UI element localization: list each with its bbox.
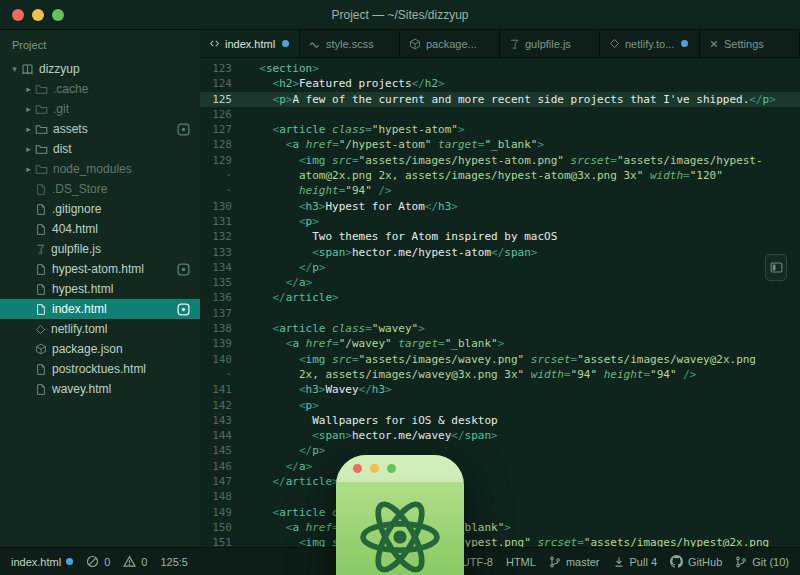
code-text: <img src="assets/images/wavey.png" srcse…: [246, 352, 756, 367]
code-line[interactable]: 133 <span>hector.me/hypest-atom</span>: [200, 245, 800, 260]
tree-item-dizzyup[interactable]: ▾dizzyup: [0, 59, 200, 79]
tab-netlify.to...[interactable]: netlify.to...: [600, 30, 700, 57]
close-window-button[interactable]: [12, 9, 24, 21]
code-editor[interactable]: 123 <section>124 <h2>Featured projects</…: [200, 58, 800, 547]
code-line[interactable]: 125 <p>A few of the current and more rec…: [200, 92, 800, 107]
code-line[interactable]: 123 <section>: [200, 61, 800, 76]
line-number: 147: [200, 474, 246, 489]
status-language[interactable]: HTML: [506, 556, 536, 568]
code-line[interactable]: 143 Wallpapers for iOS & desktop: [200, 413, 800, 428]
code-line[interactable]: 130 <h3>Hypest for Atom</h3>: [200, 199, 800, 214]
code-line[interactable]: 124 <h2>Featured projects</h2>: [200, 76, 800, 91]
tree-item-wavey.html[interactable]: wavey.html: [0, 379, 200, 399]
tree-item-assets[interactable]: ▸assets: [0, 119, 200, 139]
status-errors[interactable]: 0: [86, 555, 110, 568]
line-number: 131: [200, 214, 246, 229]
status-warnings[interactable]: 0: [123, 555, 147, 568]
chevron-icon[interactable]: ▸: [22, 144, 35, 154]
line-number: 127: [200, 122, 246, 137]
tree-item-hypest.html[interactable]: hypest.html: [0, 279, 200, 299]
line-number: 138: [200, 321, 246, 336]
code-line[interactable]: 139 <a href="/wavey" target="_blank">: [200, 336, 800, 351]
code-line[interactable]: · height="94" />: [200, 183, 800, 198]
tab-package...[interactable]: package...: [400, 30, 500, 57]
chevron-icon[interactable]: ▾: [8, 64, 21, 74]
code-line[interactable]: · 2x, assets/images/wavey@3x.png 3x" wid…: [200, 367, 800, 382]
line-number: 130: [200, 199, 246, 214]
git-branch-icon: [549, 556, 561, 568]
file-icon: [35, 263, 47, 276]
chevron-icon[interactable]: ▸: [22, 164, 35, 174]
tree-item-node_modules[interactable]: ▸node_modules: [0, 159, 200, 179]
code-line[interactable]: 147 </article>: [200, 474, 800, 489]
code-line[interactable]: 132 Two themes for Atom inspired by macO…: [200, 229, 800, 244]
code-line[interactable]: 151 <img src="assets/images/hypest.png" …: [200, 535, 800, 547]
code-line[interactable]: 138 <article class="wavey">: [200, 321, 800, 336]
tree-item-404.html[interactable]: 404.html: [0, 219, 200, 239]
code-line[interactable]: 141 <h3>Wavey</h3>: [200, 382, 800, 397]
tab-Settings[interactable]: Settings: [700, 30, 800, 57]
status-branch[interactable]: master: [549, 556, 600, 568]
code-line[interactable]: 126: [200, 107, 800, 122]
code-line[interactable]: 135 </a>: [200, 275, 800, 290]
tree-item-label: .git: [53, 102, 69, 116]
code-line[interactable]: 148: [200, 489, 800, 504]
modified-dot-icon[interactable]: [282, 40, 289, 47]
dock-toggle-button[interactable]: [765, 254, 787, 281]
tree-item-index.html[interactable]: index.html: [0, 299, 200, 319]
code-line[interactable]: 129 <img src="assets/images/hypest-atom.…: [200, 153, 800, 168]
tree-item-.DS_Store[interactable]: .DS_Store: [0, 179, 200, 199]
tree-item-netlify.toml[interactable]: netlify.toml: [0, 319, 200, 339]
tree-item-gulpfile.js[interactable]: gulpfile.js: [0, 239, 200, 259]
code-line[interactable]: 137: [200, 306, 800, 321]
gulp-icon: [35, 243, 46, 255]
title-bar: Project — ~/Sites/dizzyup: [0, 0, 800, 30]
tab-label: gulpfile.js: [525, 38, 571, 50]
chevron-icon[interactable]: ▸: [22, 124, 35, 134]
code-line[interactable]: 149 <article class="hypest">: [200, 505, 800, 520]
line-number: 144: [200, 428, 246, 443]
folder-icon: [35, 163, 48, 176]
code-line[interactable]: 127 <article class="hypest-atom">: [200, 122, 800, 137]
status-git[interactable]: Git (10): [735, 556, 789, 568]
tree-item-.gitignore[interactable]: .gitignore: [0, 199, 200, 219]
code-line[interactable]: · atom@2x.png 2x, assets/images/hypest-a…: [200, 168, 800, 183]
code-line[interactable]: 146 </a>: [200, 459, 800, 474]
status-file[interactable]: index.html: [11, 556, 73, 568]
tab-index.html[interactable]: index.html: [200, 30, 300, 57]
tree-item-.git[interactable]: ▸.git: [0, 99, 200, 119]
code-line[interactable]: 131 <p>: [200, 214, 800, 229]
tab-style.scss[interactable]: style.scss: [300, 30, 400, 57]
code-line[interactable]: 150 <a href="/hypest" target="_blank">: [200, 520, 800, 535]
tree-item-dist[interactable]: ▸dist: [0, 139, 200, 159]
tab-gulpfile.js[interactable]: gulpfile.js: [500, 30, 600, 57]
chevron-icon[interactable]: ▸: [22, 104, 35, 114]
code-line[interactable]: 134 </p>: [200, 260, 800, 275]
modified-dot-icon[interactable]: [681, 40, 688, 47]
cursor-position[interactable]: 125:5: [160, 556, 188, 568]
code-text: </article>: [246, 290, 339, 305]
status-pull[interactable]: Pull 4: [613, 556, 658, 568]
tree-item-.cache[interactable]: ▸.cache: [0, 79, 200, 99]
minimize-window-button[interactable]: [32, 9, 44, 21]
tree-item-label: assets: [53, 122, 88, 136]
code-text: <span>hector.me/wavey</span>: [246, 428, 498, 443]
tree-item-label: 404.html: [52, 222, 98, 236]
code-line[interactable]: 128 <a href="/hypest-atom" target="_blan…: [200, 137, 800, 152]
chevron-icon[interactable]: ▸: [22, 84, 35, 94]
tree-item-hypest-atom.html[interactable]: hypest-atom.html: [0, 259, 200, 279]
wrap-marker: ·: [200, 183, 246, 198]
code-line[interactable]: 136 </article>: [200, 290, 800, 305]
code-line[interactable]: 140 <img src="assets/images/wavey.png" s…: [200, 352, 800, 367]
status-github[interactable]: GitHub: [670, 555, 722, 568]
status-encoding[interactable]: UTF-8: [462, 556, 493, 568]
zoom-window-button[interactable]: [52, 9, 64, 21]
code-line[interactable]: 145 </p>: [200, 443, 800, 458]
code-line[interactable]: 144 <span>hector.me/wavey</span>: [200, 428, 800, 443]
tree-item-package.json[interactable]: package.json: [0, 339, 200, 359]
code-text: <img src="assets/images/hypest.png" srcs…: [246, 535, 769, 547]
tree-item-postrocktues.html[interactable]: postrocktues.html: [0, 359, 200, 379]
sidebar-header: Project: [0, 30, 200, 59]
code-line[interactable]: 142 <p>: [200, 398, 800, 413]
tab-label: netlify.to...: [625, 38, 674, 50]
